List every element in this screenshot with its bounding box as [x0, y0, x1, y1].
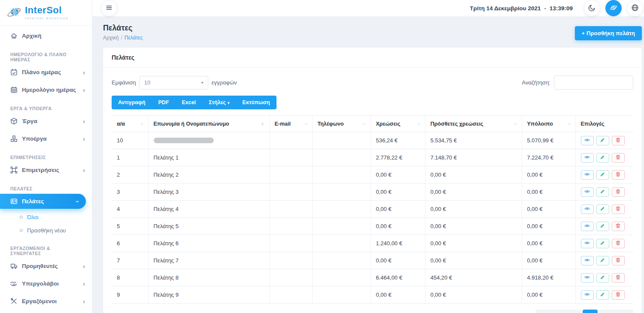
- cell-actions: [575, 235, 633, 252]
- view-button[interactable]: [581, 239, 594, 248]
- view-button[interactable]: [581, 290, 594, 300]
- add-client-button[interactable]: + Προσθήκη πελάτη: [575, 26, 642, 40]
- hamburger-icon: [105, 4, 113, 13]
- sidebar-item-Έργα[interactable]: Έργα ›: [0, 114, 92, 129]
- bullet-icon: [20, 216, 23, 219]
- sidebar-item-Υπεργολάβοι[interactable]: Υπεργολάβοι ›: [0, 276, 92, 291]
- sidebar-item-Πλάνο ημέρας[interactable]: Πλάνο ημέρας ›: [0, 65, 92, 80]
- brand-logo[interactable]: InterSol Internet Solutions: [0, 0, 92, 26]
- sidebar-item-label: Επιμετρήσεις: [22, 167, 59, 173]
- column-header-Υπόλοιπο[interactable]: Υπόλοιπο↑↓: [522, 116, 575, 132]
- export-button-Excel[interactable]: Excel: [176, 96, 203, 109]
- export-button-Αντιγραφή[interactable]: Αντιγραφή: [112, 96, 152, 109]
- cell-phone: [312, 184, 371, 201]
- pencil-icon: [600, 154, 605, 161]
- view-button[interactable]: [581, 187, 594, 197]
- delete-button[interactable]: [612, 256, 625, 265]
- sidebar-item-label: Εργαζόμενοι: [22, 298, 57, 304]
- sidebar-item-Εργαζόμενοι[interactable]: Εργαζόμενοι ›: [0, 294, 92, 309]
- view-button[interactable]: [581, 153, 594, 163]
- edit-button[interactable]: [596, 136, 609, 145]
- user-avatar-button[interactable]: [605, 0, 622, 16]
- vector-square-icon: [10, 166, 18, 174]
- sidebar-item-Υποέργα[interactable]: Υποέργα ›: [0, 131, 92, 146]
- delete-button[interactable]: [612, 170, 625, 180]
- cell-phone: [312, 286, 371, 304]
- sidebar-item-Πελάτες[interactable]: Πελάτες ›: [0, 194, 86, 209]
- sidebar-nav: Αρχική ΗΜΕΡΟΛΟΓΙΟ & ΠΛΑΝΟ ΗΜΕΡΑΣ Πλάνο η…: [0, 28, 92, 313]
- column-header-Χρεώσεις[interactable]: Χρεώσεις↑↓: [371, 116, 425, 132]
- edit-button[interactable]: [596, 153, 609, 163]
- cell-charges: 1.240,00 €: [371, 235, 425, 252]
- edit-button[interactable]: [596, 205, 609, 214]
- export-button-Εκτύπωση[interactable]: Εκτύπωση: [236, 96, 276, 109]
- cell-extra-charges: 0,00 €: [425, 235, 522, 252]
- edit-button[interactable]: [596, 239, 609, 248]
- view-button[interactable]: [581, 273, 594, 283]
- export-toolbar: ΑντιγραφήPDFExcelΣτήλες▾Εκτύπωση: [112, 96, 276, 109]
- breadcrumb-home[interactable]: Αρχική: [103, 35, 118, 41]
- column-header-Πρόσθετες χρεώσεις[interactable]: Πρόσθετες χρεώσεις↑↓: [425, 116, 522, 132]
- delete-button[interactable]: [612, 273, 625, 283]
- cell-name: Πελάτης 1: [148, 149, 269, 166]
- language-button[interactable]: [627, 0, 643, 16]
- column-header-Τηλέφωνο[interactable]: Τηλέφωνο↑↓: [312, 116, 371, 132]
- sidebar-subitem-Προσθήκη νέου[interactable]: Προσθήκη νέου: [0, 224, 92, 237]
- edit-button[interactable]: [596, 290, 609, 300]
- sidebar-item-label: Υποέργα: [22, 135, 46, 142]
- column-header-Επωνυμία ή Ονοματεπώνυμο[interactable]: Επωνυμία ή Ονοματεπώνυμο↑↓: [148, 116, 269, 132]
- pagination-prev-button[interactable]: Προηγούμενη: [535, 310, 581, 313]
- edit-button[interactable]: [596, 273, 609, 283]
- pencil-icon: [600, 274, 605, 281]
- view-button[interactable]: [581, 222, 594, 231]
- column-header-E-mail[interactable]: E-mail↑↓: [269, 116, 312, 132]
- delete-button[interactable]: [612, 205, 625, 214]
- brand-tagline: Internet Solutions: [25, 16, 69, 20]
- eye-icon: [584, 240, 590, 247]
- edit-button[interactable]: [596, 222, 609, 231]
- pagination-next-button[interactable]: Επόμενη: [599, 310, 633, 313]
- cell-charges: 2.778,22 €: [371, 149, 425, 166]
- sidebar-item-Προμηθευτές[interactable]: Προμηθευτές ›: [0, 259, 92, 274]
- view-button[interactable]: [581, 256, 594, 265]
- edit-button[interactable]: [596, 170, 609, 180]
- pagination: Προηγούμενη 1 Επόμενη: [535, 310, 633, 313]
- delete-button[interactable]: [612, 222, 625, 231]
- eye-icon: [584, 206, 590, 213]
- dark-mode-button[interactable]: [584, 0, 600, 16]
- eye-icon: [584, 137, 590, 144]
- view-button[interactable]: [581, 205, 594, 214]
- view-button[interactable]: [581, 170, 594, 180]
- cell-email: [269, 184, 312, 201]
- trash-icon: [615, 292, 621, 298]
- sidebar-item-label: Πελάτες: [22, 198, 44, 205]
- sidebar-section-header: ΗΜΕΡΟΛΟΓΙΟ & ΠΛΑΝΟ ΗΜΕΡΑΣ: [10, 52, 82, 62]
- column-header-α/α[interactable]: α/α↑↓: [112, 116, 148, 132]
- delete-button[interactable]: [612, 239, 625, 248]
- sidebar-item-Επιμετρήσεις[interactable]: Επιμετρήσεις ›: [0, 163, 92, 178]
- edit-button[interactable]: [596, 256, 609, 265]
- delete-button[interactable]: [612, 153, 625, 163]
- cell-actions: [575, 201, 633, 218]
- edit-button[interactable]: [596, 187, 609, 197]
- pagination-page-button[interactable]: 1: [583, 310, 598, 313]
- sidebar-toggle-button[interactable]: [101, 0, 117, 16]
- sidebar-item-Αρχική[interactable]: Αρχική: [0, 28, 92, 43]
- cell-email: [269, 149, 312, 166]
- sidebar-item-Ημερολόγιο ημέρας[interactable]: Ημερολόγιο ημέρας ›: [0, 82, 92, 97]
- cell-id: 6: [112, 235, 148, 252]
- delete-button[interactable]: [612, 136, 625, 145]
- trash-icon: [615, 172, 621, 178]
- sort-icon: ↑↓: [417, 121, 420, 126]
- delete-button[interactable]: [612, 187, 625, 197]
- delete-button[interactable]: [612, 290, 625, 300]
- time-text: 13:39:09: [550, 5, 573, 12]
- export-button-Στήλες[interactable]: Στήλες▾: [202, 96, 236, 109]
- page-length-select[interactable]: 10 ▾: [140, 76, 208, 90]
- view-button[interactable]: [581, 136, 594, 145]
- sort-icon: ↑↓: [568, 121, 570, 126]
- cell-phone: [312, 201, 371, 218]
- export-button-PDF[interactable]: PDF: [152, 96, 176, 109]
- sidebar-subitem-Όλοι[interactable]: Όλοι: [0, 211, 92, 224]
- search-input[interactable]: [554, 75, 633, 90]
